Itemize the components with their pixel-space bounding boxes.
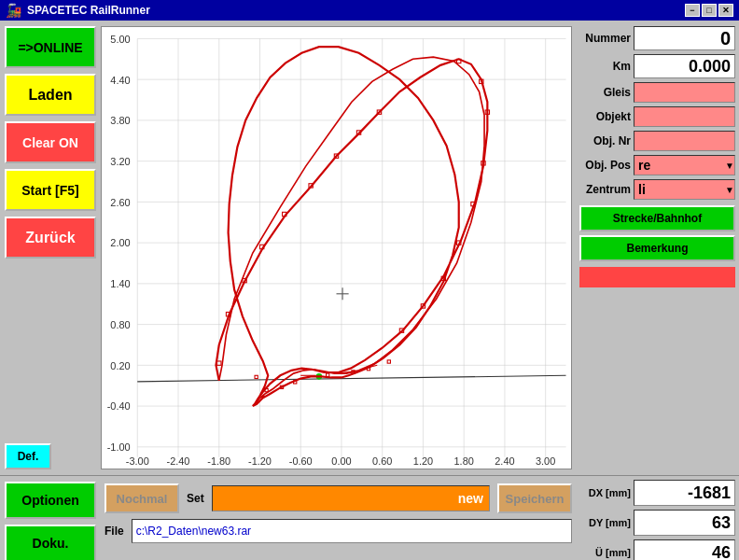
u-label: Ü [mm] <box>579 547 631 558</box>
objekt-label: Objekt <box>579 110 631 123</box>
dy-value: 63 <box>634 510 735 536</box>
online-button[interactable]: =>ONLINE <box>5 26 96 68</box>
speichern-button[interactable]: Speichern <box>497 483 572 513</box>
svg-text:0.60: 0.60 <box>372 456 392 468</box>
svg-text:-1.20: -1.20 <box>248 456 272 468</box>
svg-text:-1.80: -1.80 <box>207 456 230 468</box>
obj-pos-dropdown[interactable]: re ▼ re li <box>634 155 735 175</box>
svg-text:5.00: 5.00 <box>110 34 130 45</box>
bottom-center-panel: Nochmal Set new Speichern File c:\R2_Dat… <box>101 476 576 560</box>
file-value: c:\R2_Daten\new63.rar <box>132 519 572 543</box>
dy-label: DY [mm] <box>579 517 631 528</box>
svg-text:2.60: 2.60 <box>110 197 130 208</box>
svg-rect-0 <box>102 28 571 467</box>
km-label: Km <box>579 60 631 73</box>
app-icon: 🚂 <box>6 3 21 18</box>
svg-text:3.00: 3.00 <box>536 456 555 468</box>
set-label: Set <box>187 492 204 505</box>
svg-text:0.20: 0.20 <box>110 360 130 371</box>
km-value: 0.000 <box>634 54 735 78</box>
svg-text:3.80: 3.80 <box>110 115 130 126</box>
zuruck-button[interactable]: Zurück <box>5 217 96 259</box>
svg-text:-0.40: -0.40 <box>107 400 131 412</box>
svg-text:2.40: 2.40 <box>495 456 514 468</box>
nummer-value: 0 <box>634 26 735 50</box>
dx-row: DX [mm] -1681 <box>579 480 735 506</box>
bottom-left-panel: Optionen Doku. <box>0 476 101 560</box>
gleis-value[interactable] <box>634 82 735 103</box>
obj-nr-row: Obj. Nr <box>579 131 735 151</box>
strecke-button[interactable]: Strecke/Bahnhof <box>579 205 735 231</box>
bottom-section: Optionen Doku. Nochmal Set new Speichern… <box>0 475 739 560</box>
chart-svg: 5.00 4.40 3.80 3.20 2.60 2.00 1.40 0.80 … <box>102 27 571 469</box>
objekt-value[interactable] <box>634 106 735 127</box>
red-status-bar <box>579 267 735 287</box>
u-row: Ü [mm] 46 <box>579 539 735 560</box>
close-button[interactable]: ✕ <box>718 4 733 17</box>
svg-text:1.40: 1.40 <box>110 278 130 289</box>
start-button[interactable]: Start [F5] <box>5 169 96 211</box>
laden-button[interactable]: Laden <box>5 74 96 116</box>
maximize-button[interactable]: □ <box>702 4 717 17</box>
obj-pos-row: Obj. Pos re ▼ re li <box>579 155 735 175</box>
obj-nr-value[interactable] <box>634 131 735 151</box>
nummer-label: Nummer <box>579 32 631 45</box>
dy-row: DY [mm] 63 <box>579 510 735 536</box>
svg-text:-1.00: -1.00 <box>107 441 131 453</box>
svg-text:-2.40: -2.40 <box>167 456 190 468</box>
app-title: SPACETEC RailRunner <box>27 4 150 17</box>
objekt-row: Objekt <box>579 106 735 127</box>
zentrum-row: Zentrum li ▼ li re <box>579 179 735 200</box>
bemerkung-button[interactable]: Bemerkung <box>579 235 735 261</box>
svg-text:0.00: 0.00 <box>331 456 351 468</box>
clear-button[interactable]: Clear ON <box>5 121 96 163</box>
optionen-button[interactable]: Optionen <box>5 482 96 519</box>
svg-text:4.40: 4.40 <box>110 75 130 86</box>
bottom-row-1: Nochmal Set new Speichern <box>105 483 572 513</box>
main-content: =>ONLINE Laden Clear ON Start [F5] Zurüc… <box>0 21 739 560</box>
dx-value: -1681 <box>634 480 735 506</box>
svg-text:1.20: 1.20 <box>413 456 433 468</box>
bottom-right-panel: DX [mm] -1681 DY [mm] 63 Ü [mm] 46 <box>576 476 739 560</box>
left-panel: =>ONLINE Laden Clear ON Start [F5] Zurüc… <box>0 21 101 475</box>
zentrum-label: Zentrum <box>579 183 631 196</box>
right-panel: Nummer 0 Km 0.000 Gleis Objekt Obj. Nr O… <box>576 21 739 475</box>
file-label: File <box>105 525 124 538</box>
title-bar: 🚂 SPACETEC RailRunner − □ ✕ <box>0 0 739 21</box>
def-button[interactable]: Def. <box>5 443 51 469</box>
svg-text:-3.00: -3.00 <box>126 456 149 468</box>
dx-label: DX [mm] <box>579 487 631 498</box>
obj-nr-label: Obj. Nr <box>579 134 631 147</box>
svg-text:3.20: 3.20 <box>110 156 130 167</box>
zentrum-dropdown[interactable]: li ▼ li re <box>634 179 735 200</box>
u-value: 46 <box>634 539 735 560</box>
km-row: Km 0.000 <box>579 54 735 78</box>
chart-area: 5.00 4.40 3.80 3.20 2.60 2.00 1.40 0.80 … <box>101 26 572 469</box>
svg-text:-0.60: -0.60 <box>289 456 313 468</box>
set-value[interactable]: new <box>212 485 490 511</box>
svg-text:0.80: 0.80 <box>110 319 130 330</box>
bottom-row-2: File c:\R2_Daten\new63.rar <box>105 519 572 543</box>
svg-text:1.80: 1.80 <box>454 456 474 468</box>
window-controls: − □ ✕ <box>685 4 733 17</box>
top-section: =>ONLINE Laden Clear ON Start [F5] Zurüc… <box>0 21 739 475</box>
gleis-row: Gleis <box>579 82 735 103</box>
nummer-row: Nummer 0 <box>579 26 735 50</box>
obj-pos-label: Obj. Pos <box>579 159 631 172</box>
doku-button[interactable]: Doku. <box>5 525 96 560</box>
minimize-button[interactable]: − <box>685 4 700 17</box>
svg-text:2.00: 2.00 <box>110 238 130 249</box>
gleis-label: Gleis <box>579 86 631 99</box>
nochmal-button[interactable]: Nochmal <box>105 483 179 513</box>
